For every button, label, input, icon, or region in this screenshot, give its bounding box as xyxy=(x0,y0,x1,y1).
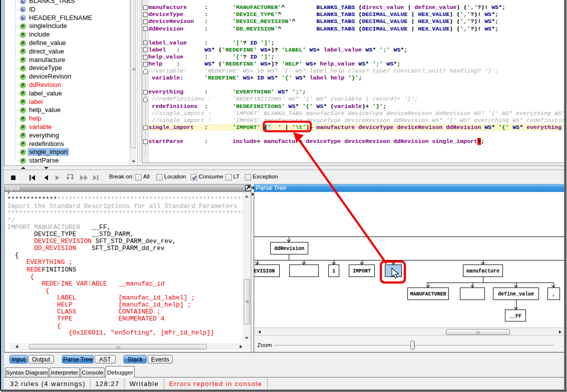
svg-text:,: , xyxy=(552,292,555,297)
svg-text:define_value: define_value xyxy=(498,292,534,297)
svg-text:EVISION: EVISION xyxy=(254,268,275,274)
svg-text:__FF: __FF xyxy=(509,314,521,319)
svg-text:ddRevision: ddRevision xyxy=(274,246,304,252)
svg-text:IMPORT: IMPORT xyxy=(353,268,371,274)
svg-text:1: 1 xyxy=(332,268,335,274)
svg-text:MANUFACTURER: MANUFACTURER xyxy=(410,292,446,297)
svg-text:manufacture: manufacture xyxy=(466,268,499,274)
